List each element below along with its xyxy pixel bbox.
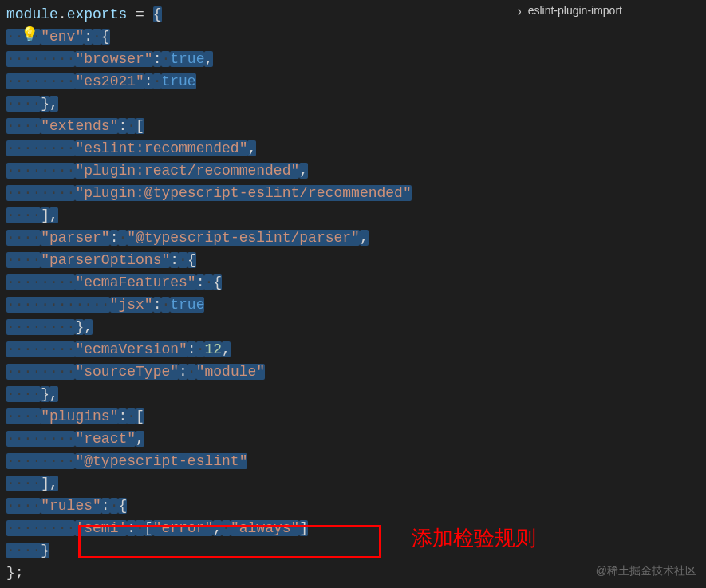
code-token: , [49,207,58,223]
code-line[interactable]: ········"ecmaFeatures":·{ [0,271,706,294]
code-line[interactable]: ····"rules":·{ [0,495,706,517]
code-token: "plugin:@typescript-eslint/recommended" [75,185,411,201]
code-token: , [49,386,58,402]
code-token: ] [299,520,308,536]
code-token: ···· [6,543,41,558]
code-token: "es2021" [75,73,144,89]
code-token: ········ [6,520,75,536]
code-token: ········ [6,453,75,469]
code-token: ···· [6,498,41,514]
code-token: "rules" [41,498,101,514]
code-line[interactable]: ····} [0,539,706,562]
code-token: exports [67,6,128,22]
code-token [127,6,136,22]
code-line[interactable]: module.exports = { [0,3,706,26]
code-token: ········ [6,274,75,290]
code-line[interactable]: ········'semi':·["error",·"always"] [0,517,706,539]
code-token: . [58,6,67,22]
code-token: module [6,6,58,22]
code-token: 12 [204,341,222,357]
code-token: ············ [6,297,110,313]
code-line[interactable]: ············"jsx":·true [0,294,706,316]
code-token: · [179,252,187,268]
code-token: · [196,341,205,357]
code-line[interactable]: ········"ecmaVersion":·12, [0,338,706,361]
code-line[interactable]: ········"es2021":·true [0,70,706,93]
code-token: ···· [6,252,41,268]
code-token: ; [15,565,24,581]
code-line[interactable]: ····"parserOptions":·{ [0,249,706,271]
code-line[interactable]: ········}, [0,316,706,338]
code-token: } [6,565,15,581]
code-token: "plugin:react/recommended" [75,163,299,179]
code-token: ···· [6,118,41,134]
code-token: , [204,51,213,67]
code-token: ········ [6,140,75,156]
code-token: ] [41,476,49,491]
code-line[interactable]: ····], [0,472,706,495]
code-line[interactable]: ········"eslint:recommended", [0,137,706,160]
code-token: , [360,230,369,246]
code-token: "jsx" [110,297,153,313]
code-token: , [247,140,256,156]
code-token: · [153,73,162,89]
code-token: "eslint:recommended" [75,140,247,156]
code-token: · [118,230,127,246]
code-token: ] [41,207,49,223]
code-token: · [127,408,136,424]
code-token: · [161,297,170,313]
code-token: : [118,408,127,424]
code-token: : [153,297,162,313]
code-token: : [101,498,110,514]
code-token: "react" [75,431,136,447]
code-line[interactable]: ····}, [0,383,706,405]
code-token: · [187,364,196,380]
code-token: } [41,543,49,558]
code-line[interactable]: ········"plugin:@typescript-eslint/recom… [0,182,706,204]
code-line[interactable]: ····"parser":·"@typescript-eslint/parser… [0,227,706,249]
code-line[interactable]: ····"plugins":·[ [0,405,706,428]
code-token: "always" [231,520,299,536]
code-token: : [144,73,153,89]
code-line[interactable]: ········"browser":·true, [0,48,706,70]
code-token: ········ [6,51,75,67]
code-editor[interactable]: module.exports = {····"env":·{········"b… [0,0,706,584]
code-token: ········ [6,73,75,89]
code-line[interactable]: ····"env":·{ [0,26,706,48]
code-token: · [93,29,101,45]
code-line[interactable]: ········"sourceType":·"module" [0,361,706,383]
code-token: ········ [6,431,75,447]
code-line[interactable]: ········"plugin:react/recommended", [0,160,706,182]
code-token: "parser" [41,230,109,246]
code-line[interactable]: ········"react", [0,428,706,450]
code-token: "@typescript-eslint" [75,453,247,469]
code-token: ···· [6,408,41,424]
code-token: "parserOptions" [41,252,170,268]
code-line[interactable]: ····}, [0,93,706,115]
code-token: "plugins" [41,408,118,424]
code-token: : [153,51,162,67]
code-token: "env" [41,29,84,45]
code-token: : [170,252,179,268]
code-token: ···· [6,207,41,223]
code-token: ········ [6,163,75,179]
code-token: : [179,364,187,380]
code-token: : [196,274,205,290]
code-line[interactable]: ········"@typescript-eslint" [0,450,706,472]
code-token: [ [136,118,144,134]
code-token: : [110,230,119,246]
lightbulb-icon[interactable]: 💡 [21,24,38,46]
code-token: [ [136,408,144,424]
code-token: "@typescript-eslint/parser" [127,230,360,246]
code-line[interactable]: ····], [0,204,706,227]
code-line[interactable]: ····"extends":·[ [0,115,706,137]
code-token: } [41,96,49,112]
code-token: ········ [6,185,75,201]
code-token: } [41,386,49,402]
code-token [144,6,153,22]
code-token: · [110,498,119,514]
code-token: · [222,520,231,536]
watermark: @稀土掘金技术社区 [596,559,696,582]
code-token: true [161,73,195,89]
code-token: "extends" [41,118,118,134]
